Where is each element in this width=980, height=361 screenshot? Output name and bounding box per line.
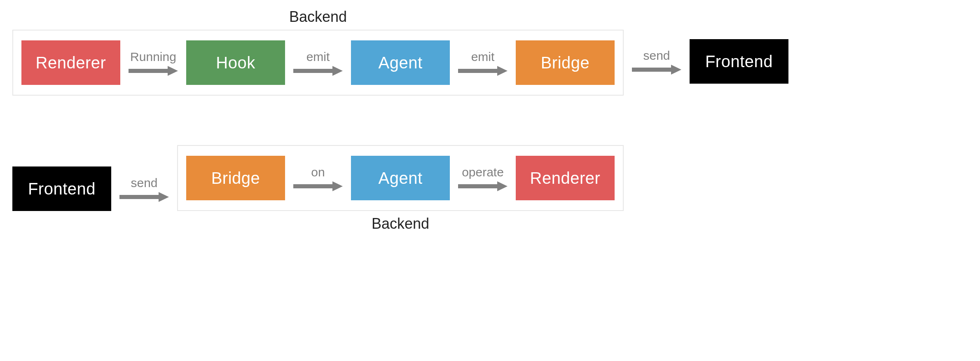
hook-node: Hook	[186, 40, 285, 85]
arrow-right-icon	[458, 181, 508, 191]
svg-marker-1	[168, 66, 178, 76]
bottom-backend-group: Bridge on Agent operate Renderer	[177, 145, 624, 232]
svg-marker-3	[332, 66, 343, 76]
top-backend-box: Renderer Running Hook emit Agent	[12, 30, 624, 96]
arrow-right-icon	[632, 65, 681, 75]
top-backend-group: Backend Renderer Running Hook emit	[12, 8, 624, 96]
arrow-bridge-frontend: send	[624, 29, 690, 75]
arrow-right-icon	[129, 66, 178, 76]
bridge-node: Bridge	[516, 40, 615, 85]
arrow-label-emit-1: emit	[306, 49, 330, 64]
arrow-agent-bridge: emit	[450, 49, 516, 76]
arrow-agent-renderer: operate	[450, 165, 516, 191]
arrow-renderer-hook: Running	[120, 49, 186, 76]
renderer-node-2: Renderer	[516, 156, 615, 200]
arrow-label-on: on	[311, 165, 325, 180]
arrow-label-send-1: send	[643, 48, 670, 63]
bottom-backend-box: Bridge on Agent operate Renderer	[177, 145, 624, 211]
svg-marker-13	[497, 181, 508, 191]
arrow-hook-agent: emit	[285, 49, 351, 76]
arrow-frontend-bridge: send	[111, 176, 177, 202]
arrow-label-emit-2: emit	[471, 49, 495, 64]
bottom-backend-label: Backend	[177, 215, 624, 232]
arrow-right-icon	[458, 66, 508, 76]
frontend-node: Frontend	[690, 39, 788, 84]
arrow-right-icon	[293, 66, 343, 76]
bottom-flow: Frontend send Bridge on Agent	[12, 145, 968, 232]
top-backend-label: Backend	[12, 8, 624, 26]
agent-node: Agent	[351, 40, 450, 85]
arrow-label-running: Running	[130, 49, 176, 64]
svg-marker-11	[332, 181, 343, 191]
svg-marker-7	[671, 65, 681, 75]
bridge-node-2: Bridge	[186, 156, 285, 200]
arrow-bridge-agent: on	[285, 165, 351, 191]
agent-node-2: Agent	[351, 156, 450, 200]
arrow-right-icon	[293, 181, 343, 191]
arrow-label-send-2: send	[131, 176, 157, 190]
renderer-node: Renderer	[21, 40, 120, 85]
arrow-label-operate: operate	[462, 165, 504, 180]
top-flow: Backend Renderer Running Hook emit	[12, 8, 968, 96]
svg-marker-9	[159, 192, 169, 202]
arrow-right-icon	[119, 192, 169, 202]
frontend-node-2: Frontend	[12, 166, 111, 211]
svg-marker-5	[497, 66, 508, 76]
